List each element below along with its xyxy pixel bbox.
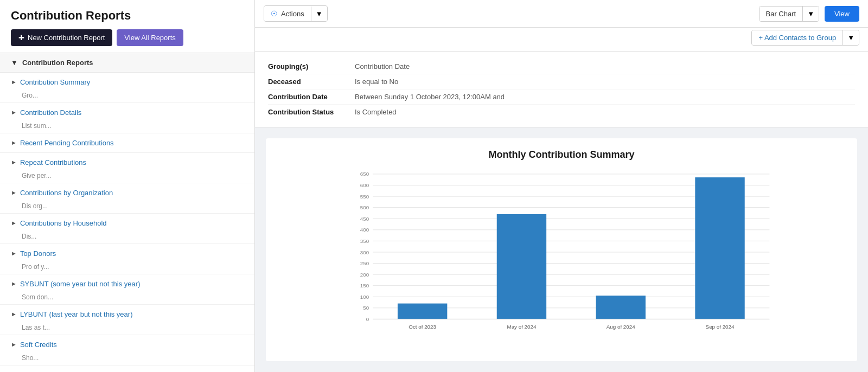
sidebar-buttons: ✚ New Contribution Report View All Repor… [11, 29, 244, 46]
item-title: Soft Credits [20, 341, 244, 349]
sidebar-item-soft-credits: ► Soft Credits Sho... [0, 335, 254, 365]
sidebar-item-title-by-household[interactable]: ► Contributions by Household [0, 214, 254, 233]
chart-type-dropdown-button[interactable]: ▼ [802, 7, 819, 21]
item-desc: List sum... [11, 122, 254, 133]
chart-container: Monthly Contribution Summary 05010015020… [266, 138, 857, 361]
chevron-icon: ► [11, 341, 17, 348]
item-title: Top Donors [20, 249, 244, 258]
actions-main[interactable]: ☉ Actions [264, 6, 311, 21]
item-desc: Som don... [11, 293, 254, 304]
filter-value: Is Completed [355, 108, 397, 116]
sidebar-item-title-sybunt[interactable]: ► SYBUNT (some year but not this year) [0, 274, 254, 293]
sidebar-item-contribution-summary: ► Contribution Summary Gro... [0, 73, 254, 103]
filter-label: Deceased [268, 78, 355, 86]
section-label: Contribution Reports [22, 59, 93, 67]
svg-text:200: 200 [360, 272, 369, 278]
chevron-icon: ► [11, 311, 17, 317]
add-contacts-label[interactable]: + Add Contacts to Group [752, 30, 843, 45]
sidebar-item-recent-pending: ► Recent Pending Contributions [0, 133, 254, 153]
chevron-icon: ► [11, 159, 17, 165]
main-content: ☉ Actions ▼ Bar Chart ▼ View + Add Conta… [255, 0, 868, 372]
chevron-icon: ► [11, 79, 17, 85]
sidebar-item-bookkeeping: ► Bookkeeping Transactions Pro... [0, 365, 254, 372]
item-desc: Dis org... [11, 202, 254, 213]
chevron-icon: ► [11, 189, 17, 196]
sidebar-item-title-recent-pending[interactable]: ► Recent Pending Contributions [0, 133, 254, 152]
svg-text:600: 600 [360, 182, 369, 188]
chart-type-select: Bar Chart ▼ [759, 6, 820, 22]
filter-label: Contribution Date [268, 93, 355, 101]
filter-label: Contribution Status [268, 108, 355, 116]
sidebar-section-header: ▼ Contribution Reports [0, 53, 254, 73]
sidebar-item-title-contribution-summary[interactable]: ► Contribution Summary [0, 73, 254, 92]
svg-text:300: 300 [360, 249, 369, 255]
chart-type-label[interactable]: Bar Chart [760, 7, 803, 21]
svg-text:Oct of 2023: Oct of 2023 [409, 324, 436, 330]
chart-title: Monthly Contribution Summary [277, 149, 846, 161]
sidebar-item-top-donors: ► Top Donors Pro of y... [0, 244, 254, 274]
item-desc: Dis... [11, 233, 254, 243]
item-desc: Sho... [11, 354, 254, 365]
svg-text:450: 450 [360, 216, 369, 222]
svg-text:Aug of 2024: Aug of 2024 [607, 324, 635, 330]
svg-text:650: 650 [360, 171, 369, 177]
toolbar-row2: + Add Contacts to Group ▼ [255, 28, 868, 52]
actions-label: Actions [281, 10, 304, 18]
sidebar-item-contribution-details: ► Contribution Details List sum... [0, 103, 254, 133]
chevron-icon: ► [11, 139, 17, 146]
sidebar: Contribution Reports ✚ New Contribution … [0, 0, 255, 372]
svg-rect-34 [695, 177, 744, 319]
bar-chart-svg: 050100150200250300350400450500550600650O… [277, 169, 846, 343]
filter-value: Contribution Date [355, 62, 410, 70]
section-arrow-icon: ▼ [11, 59, 18, 67]
view-button[interactable]: View [825, 6, 859, 22]
plus-icon: ✚ [18, 34, 24, 42]
item-title: Repeat Contributions [20, 158, 244, 166]
sidebar-item-title-top-donors[interactable]: ► Top Donors [0, 244, 254, 263]
svg-text:100: 100 [360, 294, 369, 300]
toolbar: ☉ Actions ▼ Bar Chart ▼ View [255, 0, 868, 28]
svg-text:550: 550 [360, 194, 369, 200]
item-desc: Pro of y... [11, 263, 254, 274]
toolbar-right: Bar Chart ▼ View [759, 6, 859, 22]
svg-text:150: 150 [360, 283, 369, 288]
sidebar-item-title-lybunt[interactable]: ► LYBUNT (last year but not this year) [0, 305, 254, 324]
sidebar-header: Contribution Reports ✚ New Contribution … [0, 0, 254, 53]
sidebar-item-lybunt: ► LYBUNT (last year but not this year) L… [0, 305, 254, 335]
sidebar-item-title-bookkeeping[interactable]: ► Bookkeeping Transactions [0, 365, 254, 372]
item-desc: Las as t... [11, 324, 254, 335]
filter-label: Grouping(s) [268, 62, 355, 70]
svg-text:Sep of 2024: Sep of 2024 [706, 324, 735, 330]
chevron-icon: ► [11, 250, 17, 256]
filter-value: Between Sunday 1 October 2023, 12:00AM a… [355, 93, 505, 101]
svg-rect-30 [497, 214, 546, 319]
filter-row: Grouping(s) Contribution Date [268, 59, 855, 74]
svg-text:0: 0 [366, 316, 369, 322]
page-title: Contribution Reports [11, 9, 244, 23]
svg-text:400: 400 [360, 227, 369, 233]
svg-text:May of 2024: May of 2024 [507, 324, 536, 330]
actions-dropdown-button[interactable]: ▼ [311, 7, 327, 21]
view-all-reports-button[interactable]: View All Reports [117, 29, 183, 46]
sidebar-item-title-repeat-contributions[interactable]: ► Repeat Contributions [0, 153, 254, 172]
svg-rect-32 [596, 296, 646, 319]
new-contribution-button[interactable]: ✚ New Contribution Report [11, 29, 112, 46]
sidebar-item-by-household: ► Contributions by Household Dis... [0, 214, 254, 244]
item-title: LYBUNT (last year but not this year) [20, 310, 244, 318]
svg-text:350: 350 [360, 238, 369, 244]
chevron-icon: ► [11, 220, 17, 226]
item-title: Recent Pending Contributions [20, 139, 244, 147]
sidebar-item-title-by-organization[interactable]: ► Contributions by Organization [0, 183, 254, 202]
item-desc: Gro... [11, 92, 254, 102]
sidebar-item-title-contribution-details[interactable]: ► Contribution Details [0, 103, 254, 122]
actions-select: ☉ Actions ▼ [264, 5, 328, 22]
add-contacts-select: + Add Contacts to Group ▼ [751, 30, 859, 46]
filter-panel: Grouping(s) Contribution Date Deceased I… [255, 52, 868, 127]
add-contacts-dropdown-button[interactable]: ▼ [843, 30, 859, 45]
item-title: SYBUNT (some year but not this year) [20, 280, 244, 288]
item-title: Contributions by Household [20, 219, 244, 227]
svg-text:500: 500 [360, 204, 369, 210]
chart-wrap: 050100150200250300350400450500550600650O… [277, 169, 846, 343]
sidebar-item-title-soft-credits[interactable]: ► Soft Credits [0, 335, 254, 354]
filter-row: Deceased Is equal to No [268, 74, 855, 89]
